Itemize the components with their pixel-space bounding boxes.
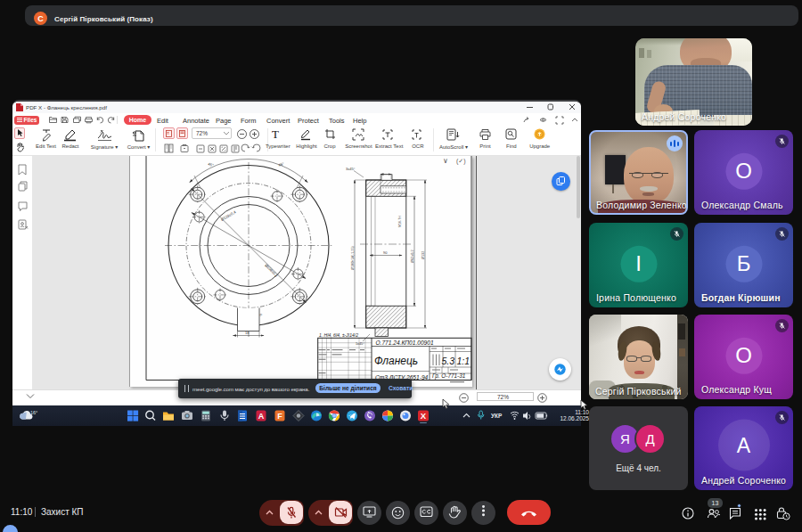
svg-text:Ø190h14(-1,15): Ø190h14(-1,15): [351, 245, 355, 270]
svg-text:5.3: 5.3: [442, 356, 455, 366]
svg-text:90: 90: [383, 250, 388, 254]
svg-text:F: F: [277, 412, 282, 421]
svg-text:18: 18: [245, 330, 250, 334]
svg-text:A: A: [258, 412, 265, 421]
svg-text:16°: 16°: [30, 410, 37, 415]
svg-text:(✓): (✓): [456, 158, 466, 165]
svg-text:M16-7H: M16-7H: [398, 215, 402, 226]
svg-text:∨: ∨: [443, 157, 448, 165]
svg-text:1. НІ4, бІ4, ±-JI14/2: 1. НІ4, бІ4, ±-JI14/2: [319, 331, 358, 337]
svg-text:Ø128±0,4: Ø128±0,4: [220, 209, 237, 222]
svg-text:1:1: 1:1: [457, 356, 471, 366]
svg-text:Ø108±0,2: Ø108±0,2: [264, 263, 279, 278]
svg-text:О.771.24.КП01.00901: О.771.24.КП01.00901: [375, 340, 433, 346]
svg-text:Гр. О-771-31: Гр. О-771-31: [432, 372, 466, 380]
svg-text:X: X: [421, 411, 427, 421]
svg-text:Ø132: Ø132: [421, 250, 425, 258]
svg-text:УКР: УКР: [491, 413, 503, 419]
svg-text:Ø62±0,2: Ø62±0,2: [411, 250, 414, 263]
svg-text:Фланець: Фланець: [374, 354, 418, 366]
svg-text:3x45°: 3x45°: [346, 166, 356, 170]
